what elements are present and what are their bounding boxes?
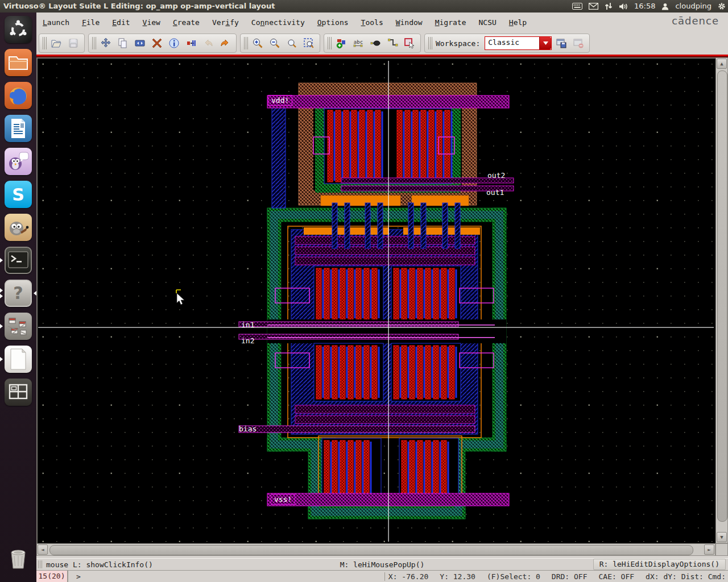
workspace-save-button[interactable] (554, 36, 569, 51)
menu-launch[interactable]: Launch (36, 13, 76, 32)
running-indicator (0, 288, 3, 293)
question-mark-window-icon[interactable]: ? (5, 280, 32, 307)
zoom-out-button[interactable] (267, 36, 282, 51)
scroll-up-icon[interactable]: ▲ (717, 59, 727, 69)
desktop: Virtuoso® Layout Suite L Editing: op_amp… (0, 0, 728, 582)
net-label-in2[interactable]: in2 (241, 336, 254, 345)
copy-button[interactable] (115, 36, 130, 51)
mouse-bindings-bar: mouse L: showClickInfo() M: leHiMousePop… (36, 558, 728, 571)
toolbar-grip[interactable] (428, 37, 432, 49)
toolbar-grip[interactable] (244, 37, 248, 49)
menu-create[interactable]: Create (167, 13, 206, 32)
menu-options[interactable]: Options (311, 13, 355, 32)
menu-ncsu[interactable]: NCSU (472, 13, 502, 32)
libreoffice-writer-icon[interactable] (5, 115, 32, 142)
move-button[interactable] (98, 36, 113, 51)
menu-window[interactable]: Window (390, 13, 429, 32)
cadence-logo: cādence (672, 15, 719, 27)
menu-migrate[interactable]: Migrate (429, 13, 473, 32)
username[interactable]: cloudping (675, 0, 712, 13)
mouse-right-binding: R: leHiEditDisplayOptions() (593, 559, 726, 570)
toolbar-group-file (39, 34, 85, 53)
cursor-y: Y: 12.30 (440, 572, 475, 581)
workspace-value: Classic (485, 37, 539, 49)
properties-button[interactable] (167, 36, 181, 51)
trash-icon[interactable] (5, 544, 32, 572)
running-indicator (0, 357, 3, 361)
undo-button[interactable] (201, 36, 216, 51)
menu-tools[interactable]: Tools (355, 13, 390, 32)
horizontal-scrollbar[interactable]: ◄ ► (36, 543, 715, 556)
create-pin-button[interactable] (368, 36, 383, 51)
scroll-right-icon[interactable]: ► (704, 544, 714, 555)
workspace-revert-button[interactable] (571, 36, 586, 51)
cae-status: CAE: OFF (598, 572, 634, 581)
components-icon[interactable] (5, 313, 32, 340)
edit-via-button[interactable] (184, 36, 198, 51)
svg-text:?: ? (13, 283, 23, 303)
net-label-vss[interactable]: vss! (271, 494, 295, 505)
select-count: (F)Select: 0 (487, 572, 540, 581)
menu-file[interactable]: File (76, 13, 106, 32)
menu-edit[interactable]: Edit (106, 13, 136, 32)
firefox-icon[interactable] (5, 82, 32, 109)
redo-button[interactable] (218, 36, 233, 51)
vertical-scrollbar[interactable]: ▲ ▼ (715, 57, 728, 543)
zoom-fit-button[interactable] (301, 36, 316, 51)
scroll-down-icon[interactable]: ▼ (717, 532, 727, 542)
open-button[interactable] (49, 36, 64, 51)
ubuntu-dash-icon[interactable] (5, 16, 32, 43)
create-wire-button[interactable] (385, 36, 400, 51)
dropdown-arrow-icon[interactable] (539, 37, 551, 49)
clock[interactable]: 16:58 (634, 0, 655, 13)
terminal-icon[interactable] (5, 247, 32, 274)
save-button[interactable] (66, 36, 81, 51)
net-label-out1[interactable]: out1 (486, 188, 504, 197)
delete-button[interactable] (150, 36, 164, 51)
gimp-icon[interactable] (5, 214, 32, 241)
workspace-dropdown[interactable]: Classic (485, 36, 552, 50)
running-indicator (0, 324, 3, 329)
net-label-out2[interactable]: out2 (487, 171, 505, 180)
net-label-vdd[interactable]: vdd! (268, 95, 292, 106)
vertical-scroll-thumb[interactable] (717, 70, 727, 522)
zoom-in-button[interactable] (250, 36, 265, 51)
menubar: Launch File Edit View Create Verify Conn… (36, 13, 728, 32)
layout-canvas[interactable]: vdd! out2 out1 in1 in2 bias vss! (36, 57, 715, 543)
toolbar-grip[interactable] (43, 37, 47, 49)
create-label-button[interactable]: abc (351, 36, 366, 51)
pidgin-icon[interactable] (5, 148, 32, 175)
volume-icon[interactable] (619, 3, 628, 10)
horizontal-scroll-thumb[interactable] (49, 545, 693, 555)
running-indicator (0, 294, 3, 298)
mail-indicator-icon[interactable] (589, 3, 598, 10)
menu-view[interactable]: View (136, 13, 167, 32)
net-label-bias[interactable]: bias (239, 425, 257, 433)
menu-help[interactable]: Help (503, 13, 533, 32)
command-prompt[interactable]: > (68, 572, 81, 581)
layout-drawing (36, 57, 715, 543)
create-instance-button[interactable] (334, 36, 349, 51)
coordinate-readout: X: -76.20 Y: 12.30 (F)Select: 0 DRD: OFF… (384, 572, 726, 581)
workspace-switcher-icon[interactable] (5, 379, 32, 406)
gear-icon[interactable] (718, 2, 726, 10)
window-titlebar[interactable]: Virtuoso® Layout Suite L Editing: op_amp… (0, 0, 728, 13)
menu-verify[interactable]: Verify (206, 13, 245, 32)
net-label-in1[interactable]: in1 (241, 321, 254, 329)
zoom-previous-button[interactable] (284, 36, 299, 51)
scrollbar-corner (715, 543, 728, 556)
toolbar-grip[interactable] (92, 37, 96, 49)
select-mode-button[interactable] (402, 36, 417, 51)
toolbar-grip[interactable] (328, 37, 332, 49)
files-folder-icon[interactable] (5, 49, 32, 76)
menu-connectivity[interactable]: Connectivity (245, 13, 311, 32)
keyboard-indicator-icon[interactable] (572, 3, 582, 10)
command-counter: 15(20) (36, 571, 68, 582)
stretch-button[interactable] (133, 36, 147, 51)
scroll-left-icon[interactable]: ◄ (38, 544, 48, 555)
toolbar-group-zoom (240, 34, 320, 53)
skype-icon[interactable]: S (5, 181, 32, 208)
drd-status: DRD: OFF (552, 572, 588, 581)
blank-document-icon[interactable] (5, 346, 32, 373)
network-updown-icon[interactable] (605, 2, 613, 10)
